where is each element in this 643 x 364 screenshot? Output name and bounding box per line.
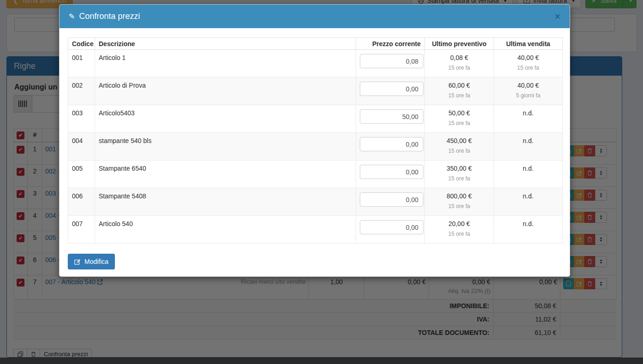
article-description: Articolo 540 [95,216,356,244]
last-quote-value: 0,08 € [429,54,490,61]
last-sale-value: n.d. [498,109,559,117]
modal-body: Codice Descrizione Prezzo corrente Ultim… [60,28,570,276]
last-quote-value: 50,00 € [429,109,490,117]
article-description: Stampante 6540 [95,161,356,188]
article-description: Articolo 1 [95,50,356,78]
modal-header: ✎ Confronta prezzi × [60,5,570,28]
last-quote-value: 350,00 € [429,165,490,172]
last-sale-value: n.d. [498,192,559,200]
table-row: 003 Articolo5403 50,00 €15 ore fa n.d. [68,105,563,133]
article-description: Articolo di Prova [95,78,356,105]
article-code: 003 [68,105,95,133]
current-price-input[interactable] [360,54,423,68]
article-code: 006 [68,188,95,216]
compare-prices-modal: ✎ Confronta prezzi × Codice Descrizione … [59,4,570,277]
current-price-input[interactable] [360,192,423,207]
last-quote-time: 15 ore fa [429,92,490,99]
current-price-input[interactable] [360,220,423,234]
current-price-input[interactable] [360,165,423,179]
last-quote-value: 20,00 € [429,220,490,227]
article-code: 001 [68,50,95,78]
last-quote-time: 15 ore fa [429,148,490,154]
close-icon[interactable]: × [554,12,560,22]
last-quote-time: 15 ore fa [429,175,490,182]
table-row: 004 stampante 540 bls 450,00 €15 ore fa … [68,133,563,161]
table-header-row: Codice Descrizione Prezzo corrente Ultim… [68,38,563,50]
column-prezzo-corrente: Prezzo corrente [356,38,425,50]
last-sale-value: n.d. [498,165,559,172]
edit-icon [74,258,81,265]
last-quote-time: 15 ore fa [429,65,490,71]
article-description: Articolo5403 [95,105,356,133]
column-ultima-vendita: Ultima vendita [494,38,563,50]
article-code: 002 [68,78,95,105]
article-description: stampante 540 bls [95,133,356,161]
column-descrizione: Descrizione [95,38,356,50]
last-sale-time: 15 ore fa [498,65,559,71]
pencil-icon: ✎ [69,12,75,21]
article-code: 004 [68,133,95,161]
current-price-input[interactable] [360,109,423,124]
last-quote-value: 450,00 € [429,137,490,144]
last-sale-value: 40,00 € [498,54,559,61]
modifica-button-label: Modifica [84,258,108,265]
modifica-button[interactable]: Modifica [68,254,115,269]
compare-prices-table: Codice Descrizione Prezzo corrente Ultim… [68,37,563,244]
last-quote-time: 15 ore fa [429,120,490,126]
article-description: Stampante 5408 [95,188,356,216]
last-sale-value: n.d. [498,137,559,144]
last-quote-time: 15 ore fa [429,231,490,237]
last-sale-value: 40,00 € [498,82,559,89]
column-ultimo-preventivo: Ultimo preventivo [425,38,494,50]
article-code: 007 [68,216,95,244]
modal-title: Confronta prezzi [79,12,140,21]
current-price-input[interactable] [360,82,423,96]
last-quote-value: 800,00 € [429,192,490,200]
table-row: 007 Articolo 540 20,00 €15 ore fa n.d. [68,216,563,244]
article-code: 005 [68,161,95,188]
column-codice: Codice [68,38,95,50]
last-sale-time: 5 giorni fa [498,92,559,99]
last-sale-value: n.d. [498,220,559,227]
table-row: 002 Articolo di Prova 60,00 €15 ore fa 4… [68,78,563,105]
table-row: 006 Stampante 5408 800,00 €15 ore fa n.d… [68,188,563,216]
table-row: 001 Articolo 1 0,08 €15 ore fa 40,00 €15… [68,50,563,78]
table-row: 005 Stampante 6540 350,00 €15 ore fa n.d… [68,161,563,188]
current-price-input[interactable] [360,137,423,151]
last-quote-time: 15 ore fa [429,203,490,209]
last-quote-value: 60,00 € [429,82,490,89]
